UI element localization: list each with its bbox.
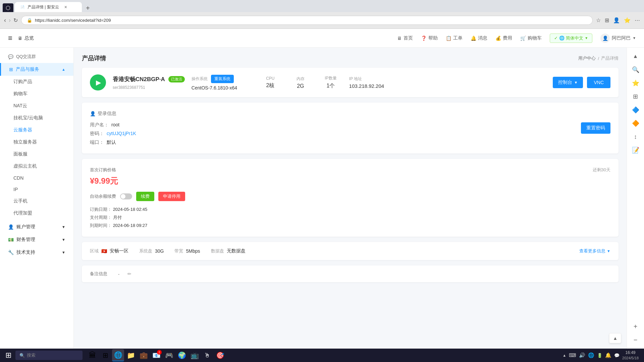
sidebar-sub-order[interactable]: 订购产品: [0, 76, 73, 88]
edit-icon[interactable]: ✏: [127, 271, 131, 277]
sidebar-sub-mobile[interactable]: 云手机: [0, 195, 73, 207]
vnc-button[interactable]: VNC: [587, 77, 610, 88]
sidebar-sub-panel[interactable]: 面板服: [0, 148, 73, 160]
lock-icon: 🔒: [27, 18, 32, 23]
taskbar-app-task[interactable]: ⊞: [99, 349, 111, 361]
view-more-link[interactable]: 查看更多信息 ▼: [579, 248, 610, 254]
sidebar-item-qq[interactable]: 💬 QQ交流群: [0, 50, 73, 63]
nav-home[interactable]: 🖥 首页: [397, 35, 413, 41]
server-play-button[interactable]: ▶: [90, 74, 106, 90]
right-sidebar-icon-8[interactable]: 📝: [630, 144, 642, 156]
taskbar-app-media[interactable]: 📺: [189, 349, 201, 361]
right-sidebar-icon-5[interactable]: 🔷: [630, 104, 642, 116]
address-bar[interactable]: 🔒 https://lianidc.com/servicedetail?id=2…: [21, 16, 593, 25]
right-sidebar-icon-minus[interactable]: −: [630, 334, 642, 346]
sidebar-section-financial[interactable]: 💵 财务管理 ▼: [0, 233, 73, 246]
breadcrumb-sep: /: [598, 56, 599, 61]
sidebar-sub-nat[interactable]: NAT云: [0, 100, 73, 112]
keyboard-icon: ⌨: [569, 352, 576, 358]
sidebar-sub-vhost[interactable]: 虚拟云主机: [0, 160, 73, 172]
sidebar-sub-ip[interactable]: IP: [0, 184, 73, 195]
hamburger-icon[interactable]: ≡: [8, 34, 12, 43]
right-sidebar-icon-plus[interactable]: +: [630, 320, 642, 333]
port-value: 默认: [107, 139, 116, 145]
new-tab-button[interactable]: +: [83, 4, 93, 12]
taskbar-app-browser[interactable]: 🌐: [112, 349, 124, 361]
back-button[interactable]: ‹: [4, 17, 6, 24]
total-overview-nav[interactable]: 🖥 总览: [18, 35, 34, 41]
sidebar-sub-mount[interactable]: 挂机宝/云电脑: [0, 112, 73, 124]
nav-ticket[interactable]: 📋 工单: [446, 35, 463, 41]
region-label: 区域: [90, 248, 99, 254]
hk-flag-icon: 🇭🇰: [101, 248, 107, 254]
star-icon[interactable]: ☆: [596, 17, 601, 23]
sidebar-section-support[interactable]: 🔧 技术支持 ▼: [0, 246, 73, 259]
start-button[interactable]: ⊞: [3, 350, 14, 361]
sidebar-section-products[interactable]: ⊞ 产品与服务 ▲: [0, 63, 73, 76]
sidebar-section-account[interactable]: 👤 账户管理 ▼: [0, 221, 73, 233]
taskbar: ⊞ 🔍 搜索 🏛 ⊞ 🌐 📁 💼 📧 2 🎮 🌍 📺: [0, 349, 644, 362]
taskbar-app-game[interactable]: 🎮: [163, 349, 175, 361]
action-center-icon[interactable]: 💬: [614, 353, 620, 358]
taskbar-app-view[interactable]: 🏛: [87, 349, 99, 361]
user-chevron-icon: ▼: [633, 36, 636, 40]
extension-icon[interactable]: ⊞: [605, 17, 609, 23]
right-sidebar-icon-6[interactable]: 🔶: [630, 117, 642, 129]
right-sidebar-icon-7[interactable]: ↕: [630, 131, 642, 143]
taskbar-app-red[interactable]: 🎯: [214, 349, 226, 361]
tray-chevron-icon[interactable]: ▲: [562, 353, 566, 357]
taskbar-app-cursor[interactable]: 🖱: [201, 349, 213, 361]
tab-close-icon[interactable]: ×: [64, 4, 67, 10]
auto-renew-toggle[interactable]: [120, 193, 132, 199]
reset-password-button[interactable]: 重置密码: [581, 122, 610, 134]
login-username-row: 用户名： root: [90, 122, 610, 128]
order-details: 订购日期： 2024-05-18 02:45 支付周期： 月付 到期时间： 20…: [90, 206, 610, 229]
tray-clock[interactable]: 16:49 2024/5/18: [622, 350, 639, 361]
taskbar-search[interactable]: 🔍 搜索: [15, 351, 83, 360]
reload-button[interactable]: ↻: [13, 17, 18, 23]
bookmark-icon[interactable]: ⭐: [624, 17, 631, 23]
username-value: root: [111, 122, 119, 128]
renew-button[interactable]: 续费: [136, 192, 154, 201]
sidebar-sub-cart[interactable]: 购物车: [0, 88, 73, 100]
scroll-up-button[interactable]: ▲: [609, 333, 621, 343]
cart-icon: 🛒: [520, 36, 526, 41]
taskbar-app-email[interactable]: 📧 2: [150, 349, 162, 361]
taskbar-app-files[interactable]: 📁: [125, 349, 137, 361]
browser-tab[interactable]: 📄 产品详情 | 梨安云 ×: [15, 2, 82, 12]
user-menu[interactable]: 👤 阿巴阿巴 ▼: [600, 34, 636, 43]
chevron-up-icon: ▲: [613, 336, 618, 341]
notes-value: -: [118, 272, 119, 277]
right-sidebar-icon-3[interactable]: ⭐: [630, 77, 642, 89]
breadcrumb-home-link[interactable]: 用户中心: [578, 55, 596, 61]
reinstall-button[interactable]: 重装系统: [211, 75, 234, 83]
sidebar-sub-dedicated[interactable]: 独立服务器: [0, 136, 73, 148]
check-icon: ✓: [554, 36, 558, 41]
sidebar-sub-agent[interactable]: 代理加盟: [0, 207, 73, 219]
control-panel-button[interactable]: 控制台 ▼: [553, 77, 583, 88]
taskbar-app-net[interactable]: 🌍: [176, 349, 188, 361]
notification-icon[interactable]: 🔔: [605, 352, 611, 358]
nav-message[interactable]: 🔔 消息: [471, 35, 487, 41]
forward-button[interactable]: ›: [9, 17, 11, 24]
right-sidebar-icon-1[interactable]: ▲: [630, 50, 642, 62]
sidebar-sub-cloud-server[interactable]: 云服务器: [0, 124, 73, 136]
sidebar-sub-cdn[interactable]: CDN: [0, 172, 73, 184]
qq-icon: 💬: [8, 54, 13, 59]
network-icon[interactable]: 🌐: [588, 352, 594, 358]
nav-cart[interactable]: 🛒 购物车: [520, 35, 542, 41]
language-selector[interactable]: ✓ 🌐 简体中文 ▼: [550, 34, 592, 43]
speaker-icon[interactable]: 🔊: [579, 352, 585, 358]
right-sidebar-icon-4[interactable]: ⊞: [630, 90, 642, 103]
nav-help[interactable]: ❓ 帮助: [421, 35, 438, 41]
right-sidebar-icon-2[interactable]: 🔍: [630, 64, 642, 76]
taskbar-app-vs[interactable]: 💼: [138, 349, 150, 361]
notes-row: 备注信息 - ✏: [82, 265, 619, 282]
breadcrumb-current: 产品详情: [601, 55, 619, 61]
suspend-button[interactable]: 申请停用: [158, 192, 185, 201]
account-chevron-icon: ▼: [62, 225, 65, 229]
profile-icon[interactable]: 👤: [613, 17, 620, 23]
disk-value: 30G: [155, 248, 164, 254]
more-icon[interactable]: ⋯: [635, 17, 640, 23]
nav-fee[interactable]: 💰 费用: [495, 35, 512, 41]
